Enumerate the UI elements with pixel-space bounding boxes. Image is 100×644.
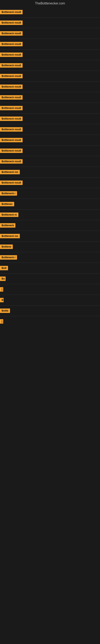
bottleneck-badge[interactable]: Bottleneck result <box>0 138 23 142</box>
site-header: TheBottlenecker.com <box>0 0 100 7</box>
bottleneck-badge[interactable]: Bottlene <box>0 244 13 249</box>
list-item[interactable]: Bottleneck <box>0 220 100 231</box>
list-item[interactable]: Bottleneck result <box>0 28 100 39</box>
bottleneck-badge[interactable]: Bottleneck result <box>0 84 23 89</box>
list-item[interactable]: Bottleneck r <box>0 252 100 263</box>
bottleneck-badge[interactable]: | <box>0 319 3 324</box>
bottleneck-badge[interactable]: Bottleneck result <box>0 10 23 14</box>
list-item[interactable]: Bottleneck result <box>0 178 100 188</box>
bottleneck-badge[interactable]: Bottleneck result <box>0 31 23 36</box>
site-title: TheBottlenecker.com <box>0 0 100 7</box>
list-item[interactable]: Bott <box>0 263 100 273</box>
list-item[interactable]: Bottleneck result <box>0 60 100 71</box>
bottleneck-badge[interactable]: Bottleneck result <box>0 52 23 57</box>
bottleneck-badge[interactable]: Bo <box>0 276 6 281</box>
bottleneck-badge[interactable]: Bottleneck res <box>0 170 20 174</box>
bottleneck-badge[interactable]: Bottleneck result <box>0 180 23 185</box>
bottleneck-badge[interactable]: Bottleneck re <box>0 212 18 217</box>
list-item[interactable]: B <box>0 295 100 305</box>
bottleneck-badge[interactable]: Bottleneck result <box>0 106 23 110</box>
list-item[interactable]: Bottleneck res <box>0 231 100 241</box>
bottleneck-badge[interactable]: Bottleneck r <box>0 255 17 260</box>
list-item[interactable]: Bottleneck result <box>0 103 100 113</box>
list-item[interactable]: Bottleneck result <box>0 71 100 81</box>
list-item[interactable]: | <box>0 284 100 295</box>
bottleneck-badge[interactable]: Bottleneck result <box>0 127 23 132</box>
list-item[interactable]: Bottleneck result <box>0 114 100 124</box>
bottleneck-badge[interactable]: Bottlenec <box>0 202 14 206</box>
bottleneck-badge[interactable]: Bottleneck res <box>0 234 20 238</box>
list-item[interactable]: Bottleneck result <box>0 50 100 60</box>
bottleneck-badge[interactable]: Bottleneck <box>0 223 15 228</box>
list-item[interactable]: Bottleneck result <box>0 92 100 103</box>
bottleneck-badge[interactable]: Bottleneck result <box>0 42 23 46</box>
list-item[interactable]: | <box>0 316 100 327</box>
bottleneck-badge[interactable]: Bottle <box>0 308 10 313</box>
list-item[interactable]: Bottleneck re <box>0 210 100 220</box>
bottleneck-badge[interactable]: Bottleneck result <box>0 116 23 121</box>
list-item[interactable]: Bottleneck result <box>0 146 100 156</box>
bottleneck-badge[interactable]: Bottleneck result <box>0 20 23 25</box>
list-item[interactable]: Bottleneck result <box>0 82 100 92</box>
list-item[interactable]: Bo <box>0 274 100 284</box>
bottleneck-list: Bottleneck resultBottleneck resultBottle… <box>0 7 100 327</box>
list-item[interactable]: Bottleneck result <box>0 39 100 49</box>
list-item[interactable]: Bottleneck result <box>0 7 100 17</box>
bottleneck-badge[interactable]: Bottleneck result <box>0 63 23 68</box>
list-item[interactable]: Bottlenec <box>0 199 100 209</box>
bottleneck-badge[interactable]: B <box>0 298 3 302</box>
list-item[interactable]: Bottle <box>0 306 100 316</box>
list-item[interactable]: Bottleneck result <box>0 124 100 135</box>
list-item[interactable]: Bottleneck result <box>0 135 100 145</box>
bottleneck-badge[interactable]: Bottleneck r <box>0 191 17 196</box>
bottleneck-badge[interactable]: Bott <box>0 266 8 270</box>
list-item[interactable]: Bottleneck r <box>0 188 100 199</box>
list-item[interactable]: Bottleneck result <box>0 156 100 167</box>
list-item[interactable]: Bottleneck res <box>0 167 100 177</box>
list-item[interactable]: Bottlene <box>0 242 100 252</box>
bottleneck-badge[interactable]: Bottleneck result <box>0 95 23 100</box>
list-item[interactable]: Bottleneck result <box>0 18 100 28</box>
bottleneck-badge[interactable]: | <box>0 287 3 292</box>
bottleneck-badge[interactable]: Bottleneck result <box>0 148 23 153</box>
bottleneck-badge[interactable]: Bottleneck result <box>0 74 23 78</box>
bottleneck-badge[interactable]: Bottleneck result <box>0 159 23 164</box>
